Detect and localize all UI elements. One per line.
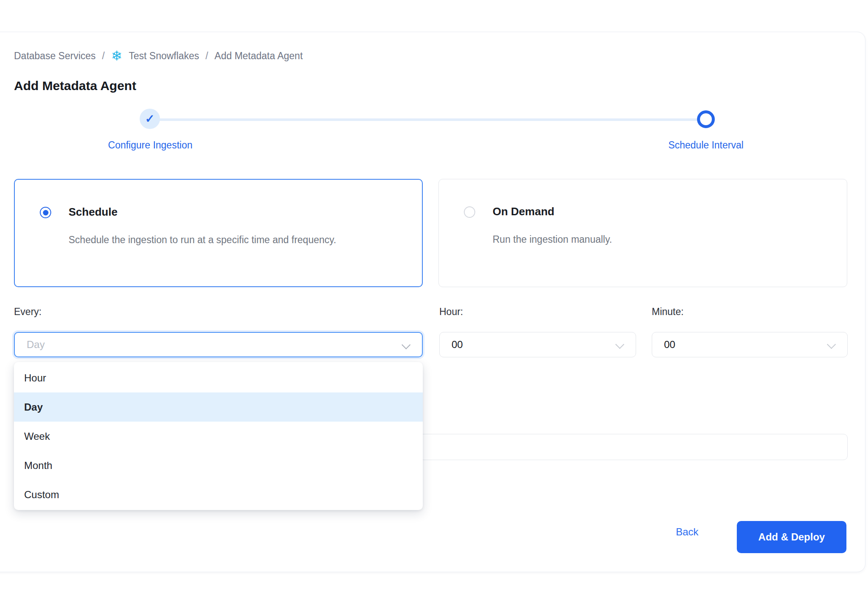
minute-select[interactable]: 00 bbox=[652, 332, 848, 357]
chevron-down-icon bbox=[402, 340, 411, 349]
breadcrumb-item-database-services[interactable]: Database Services bbox=[14, 50, 96, 62]
breadcrumb-separator: / bbox=[205, 50, 208, 62]
breadcrumb-item-add-metadata-agent: Add Metadata Agent bbox=[215, 50, 303, 62]
dropdown-option-hour[interactable]: Hour bbox=[14, 363, 423, 392]
check-icon: ✓ bbox=[145, 112, 155, 126]
every-select-value: Day bbox=[27, 339, 45, 351]
page-title: Add Metadata Agent bbox=[14, 79, 136, 93]
stepper-connector-line bbox=[150, 118, 706, 121]
breadcrumb-separator: / bbox=[102, 50, 105, 62]
hour-label: Hour: bbox=[439, 306, 463, 318]
back-button[interactable]: Back bbox=[676, 526, 698, 538]
every-dropdown: Hour Day Week Month Custom bbox=[14, 362, 423, 510]
add-metadata-agent-page: Database Services / ❄ Test Snowflakes / … bbox=[0, 0, 868, 606]
chevron-down-icon bbox=[615, 340, 624, 349]
snowflake-icon: ❄ bbox=[111, 49, 122, 63]
step-configure-ingestion-indicator: ✓ bbox=[140, 109, 160, 129]
schedule-radio[interactable] bbox=[40, 207, 51, 218]
dropdown-option-custom[interactable]: Custom bbox=[14, 480, 423, 509]
step-configure-ingestion-label: Configure Ingestion bbox=[87, 140, 214, 151]
schedule-option-title: Schedule bbox=[69, 206, 118, 219]
hour-select[interactable]: 00 bbox=[439, 332, 636, 357]
minute-label: Minute: bbox=[652, 306, 683, 318]
breadcrumb: Database Services / ❄ Test Snowflakes / … bbox=[14, 49, 303, 63]
schedule-option-description: Schedule the ingestion to run at a speci… bbox=[69, 230, 390, 250]
schedule-option-card[interactable]: Schedule Schedule the ingestion to run a… bbox=[14, 179, 423, 287]
ondemand-option-title: On Demand bbox=[493, 205, 554, 218]
ondemand-radio[interactable] bbox=[464, 206, 475, 218]
chevron-down-icon bbox=[827, 340, 836, 349]
step-schedule-interval-indicator bbox=[697, 110, 715, 128]
ondemand-option-card[interactable]: On Demand Run the ingestion manually. bbox=[438, 179, 847, 287]
hour-select-value: 00 bbox=[452, 339, 463, 351]
every-select[interactable]: Day bbox=[14, 332, 423, 357]
dropdown-option-month[interactable]: Month bbox=[14, 451, 423, 480]
dropdown-option-day[interactable]: Day bbox=[14, 392, 423, 422]
minute-select-value: 00 bbox=[664, 339, 675, 351]
breadcrumb-item-test-snowflakes[interactable]: Test Snowflakes bbox=[129, 50, 199, 62]
step-schedule-interval-label: Schedule Interval bbox=[642, 140, 769, 151]
add-deploy-button[interactable]: Add & Deploy bbox=[737, 521, 846, 553]
ondemand-option-description: Run the ingestion manually. bbox=[493, 230, 814, 249]
every-label: Every: bbox=[14, 306, 41, 318]
dropdown-option-week[interactable]: Week bbox=[14, 422, 423, 451]
